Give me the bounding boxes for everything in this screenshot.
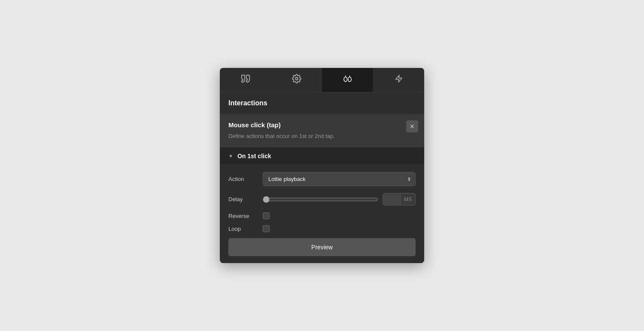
lightning-icon	[395, 74, 403, 86]
action-field-row: Action Lottie playback Play animation Pa…	[228, 172, 416, 186]
loop-checkbox[interactable]	[263, 225, 270, 232]
loop-field-row: Loop	[228, 225, 416, 232]
collapsible-header[interactable]: ▼ On 1st click	[220, 147, 424, 165]
preview-button[interactable]: Preview	[228, 238, 416, 256]
action-label: Action	[228, 176, 263, 182]
action-select[interactable]: Lottie playback Play animation Pause ani…	[263, 172, 416, 186]
delay-label: Delay	[228, 196, 263, 202]
reverse-checkbox[interactable]	[263, 212, 270, 219]
action-select-wrapper: Lottie playback Play animation Pause ani…	[263, 172, 416, 186]
delay-field-row: Delay 0 MS	[228, 193, 416, 205]
reverse-label: Reverse	[228, 213, 263, 219]
card-title: Mouse click (tap)	[228, 121, 416, 129]
close-button[interactable]: ✕	[406, 120, 418, 132]
tab-gear[interactable]	[271, 68, 322, 92]
mouse-click-card: Mouse click (tap) Define actions that oc…	[220, 114, 424, 148]
tab-brush[interactable]	[220, 68, 271, 92]
tab-bar	[220, 68, 424, 92]
collapsible-title: On 1st click	[237, 153, 271, 159]
chevron-down-icon: ▼	[228, 153, 233, 159]
loop-label: Loop	[228, 226, 263, 232]
delay-value-input[interactable]: 0	[383, 193, 400, 205]
interactions-panel: Interactions Mouse click (tap) Define ac…	[220, 68, 424, 264]
card-description: Define actions that occur on 1st or 2nd …	[228, 132, 416, 141]
svg-point-0	[295, 78, 298, 80]
interactions-section-header: Interactions	[220, 92, 424, 114]
tab-drops[interactable]	[322, 68, 373, 92]
delay-slider-wrap	[263, 196, 378, 203]
section-title: Interactions	[228, 99, 267, 107]
gear-icon	[292, 74, 301, 86]
delay-unit-label: MS	[400, 194, 415, 205]
content-area: Action Lottie playback Play animation Pa…	[220, 165, 424, 263]
delay-slider[interactable]	[263, 196, 378, 203]
svg-point-1	[344, 77, 347, 82]
drops-icon	[343, 74, 353, 86]
brush-icon	[241, 74, 250, 86]
svg-point-2	[348, 77, 351, 82]
svg-marker-3	[395, 75, 402, 83]
reverse-field-row: Reverse	[228, 212, 416, 219]
delay-value-wrap: 0 MS	[383, 193, 416, 205]
tab-lightning[interactable]	[373, 68, 424, 92]
